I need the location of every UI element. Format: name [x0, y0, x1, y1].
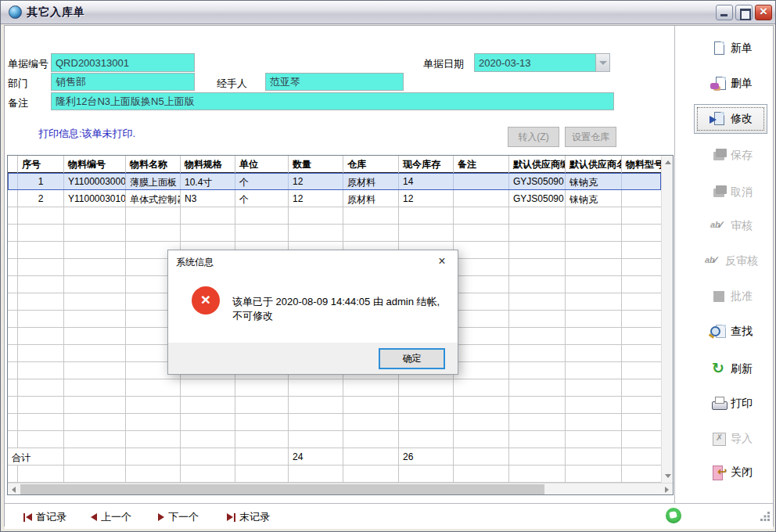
grid-cell	[126, 397, 181, 414]
sidebar-button-search[interactable]: 查找	[692, 320, 771, 343]
grid-empty-row[interactable]	[8, 225, 661, 242]
scroll-up-icon[interactable]	[662, 156, 674, 168]
dept-label: 部门	[8, 77, 28, 91]
grid-cell	[8, 414, 18, 431]
close-button[interactable]	[755, 5, 772, 20]
minimize-button[interactable]	[716, 5, 733, 20]
grid-header-cell[interactable]: 仓库	[343, 156, 399, 173]
chevron-down-icon[interactable]	[596, 53, 610, 72]
grid-header-cell[interactable]	[8, 156, 18, 173]
grid-cell	[289, 414, 343, 431]
sidebar-button-new-doc[interactable]: 新单	[692, 37, 771, 60]
grid-cell	[454, 414, 509, 431]
grid-cell	[18, 242, 64, 259]
grid-cell	[8, 173, 18, 190]
grid-header-cell[interactable]: 现今库存	[399, 156, 454, 173]
grid-cell	[64, 414, 126, 431]
doc-no-field[interactable]	[51, 53, 195, 72]
grid-data-row[interactable]: 2Y1100003010单体式控制器N3个12原材料12GYJS05090铼钠克	[8, 190, 661, 207]
grid-cell	[235, 431, 289, 448]
grid-header-cell[interactable]: 数量	[289, 156, 343, 173]
new-doc-icon	[710, 41, 728, 56]
unaudit-icon: ab✓	[705, 253, 722, 269]
grid-cell	[343, 414, 399, 431]
grid-cell	[454, 173, 509, 190]
delete-doc-icon	[710, 76, 728, 92]
grid-empty-row[interactable]	[8, 414, 661, 431]
grid-cell	[454, 311, 509, 328]
ok-button[interactable]: 确定	[379, 348, 445, 369]
grid-header-cell[interactable]: 单位	[235, 156, 289, 173]
nav-last-button[interactable]: 末记录	[227, 510, 270, 524]
grid-empty-row[interactable]	[8, 397, 661, 414]
sidebar-button-delete-doc[interactable]: 删单	[692, 72, 771, 95]
grid-header-cell[interactable]: 序号	[18, 156, 64, 173]
grid-cell	[454, 190, 509, 207]
grid-cell	[235, 414, 289, 431]
grid-cell	[454, 431, 509, 448]
grid-header-cell[interactable]: 默认供应商编	[509, 156, 566, 173]
nav-first-button[interactable]: 首记录	[23, 510, 66, 524]
grid-total-row: 合计2426	[8, 448, 661, 466]
nav-next-button[interactable]: 下一个	[158, 510, 199, 524]
sidebar-button-refresh[interactable]: 刷新	[692, 358, 771, 381]
print-info-text: 打印信息:该单未打印.	[38, 127, 135, 141]
grid-cell	[18, 466, 64, 483]
grid-cell	[622, 225, 661, 242]
maximize-button[interactable]	[735, 5, 753, 20]
remark-label: 备注	[8, 96, 28, 110]
nav-prev-button[interactable]: 上一个	[91, 510, 131, 524]
dept-field[interactable]	[51, 73, 195, 91]
grid-cell	[454, 379, 509, 397]
grid-cell	[399, 466, 454, 483]
grid-cell	[235, 397, 289, 414]
sidebar-button-print[interactable]: 打印	[692, 392, 771, 415]
dialog-close-icon[interactable]: ×	[426, 250, 458, 274]
grid-header-cell[interactable]: 物料规格	[181, 156, 235, 173]
nav-label: 上一个	[101, 510, 131, 524]
scrollbar-thumb[interactable]	[20, 484, 544, 494]
vertical-scrollbar[interactable]	[661, 156, 673, 483]
grid-empty-row[interactable]	[8, 379, 661, 397]
grid-cell	[566, 345, 622, 362]
grid-cell	[18, 259, 64, 276]
grid-cell: 10.4寸	[181, 173, 235, 190]
thumbs-up-icon	[666, 508, 681, 523]
grid-cell	[18, 311, 64, 328]
search-icon	[710, 324, 728, 340]
sidebar-button-modify-doc[interactable]: 修改	[692, 107, 771, 131]
grid-cell	[235, 207, 289, 225]
scroll-down-icon[interactable]	[662, 470, 674, 483]
grid-cell	[18, 225, 64, 242]
grid-data-row[interactable]: 1Y1100003000薄膜上面板10.4寸个12原材料14GYJS05090铼…	[8, 173, 661, 190]
grid-cell	[454, 293, 509, 311]
grid-cell	[235, 225, 289, 242]
grid-header-cell[interactable]: 备注	[454, 156, 509, 173]
grid-empty-row[interactable]	[8, 207, 661, 225]
scroll-right-icon[interactable]	[661, 483, 673, 495]
grid-cell	[64, 345, 126, 362]
sidebar-button-label: 查找	[731, 325, 753, 339]
handler-field[interactable]	[265, 73, 404, 91]
horizontal-scrollbar[interactable]	[8, 483, 673, 494]
scroll-left-icon[interactable]	[8, 483, 20, 495]
grid-header-cell[interactable]: 物料编号	[64, 156, 126, 173]
grid-cell	[622, 466, 661, 483]
grid-cell	[289, 225, 343, 242]
nav-label: 首记录	[36, 510, 66, 524]
grid-cell	[566, 397, 622, 414]
grid-cell	[509, 379, 566, 397]
grid-header-cell[interactable]: 物料名称	[126, 156, 181, 173]
sidebar-button-close-doc[interactable]: 关闭	[692, 461, 771, 484]
grid-empty-row[interactable]	[8, 466, 661, 483]
audit-icon: ab✓	[710, 218, 728, 234]
doc-date-field[interactable]	[474, 53, 596, 72]
remark-field[interactable]	[51, 92, 614, 110]
titlebar: 其它入库单	[1, 1, 776, 24]
grid-cell	[454, 397, 509, 414]
grid-empty-row[interactable]	[8, 431, 661, 448]
grid-header-cell[interactable]: 物料型号	[622, 156, 661, 173]
resize-grip-icon[interactable]	[760, 512, 770, 521]
grid-header-cell[interactable]: 默认供应商名	[566, 156, 622, 173]
grid-cell	[566, 379, 622, 397]
